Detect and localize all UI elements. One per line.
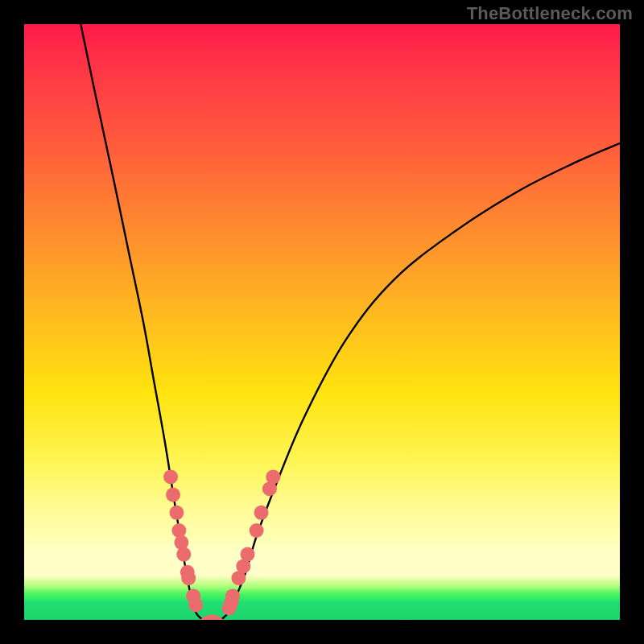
- data-marker: [174, 535, 188, 550]
- data-marker: [181, 571, 196, 585]
- data-marker: [225, 588, 240, 603]
- plot-area: [24, 24, 620, 620]
- data-marker: [169, 506, 184, 520]
- data-marker: [250, 523, 264, 538]
- data-marker: [163, 469, 178, 484]
- data-marker: [254, 506, 269, 520]
- curve-right-branch: [221, 143, 620, 620]
- data-marker: [166, 488, 180, 502]
- data-marker: [188, 598, 203, 613]
- valley-marker-fill: [198, 615, 225, 621]
- data-marker: [266, 469, 280, 484]
- data-marker: [176, 547, 191, 562]
- data-markers: [163, 469, 280, 615]
- watermark-text: TheBottleneck.com: [467, 3, 633, 24]
- data-marker: [241, 547, 255, 562]
- data-marker: [171, 523, 186, 538]
- chart-overlay: [24, 24, 620, 620]
- chart-container: TheBottleneck.com: [0, 0, 644, 644]
